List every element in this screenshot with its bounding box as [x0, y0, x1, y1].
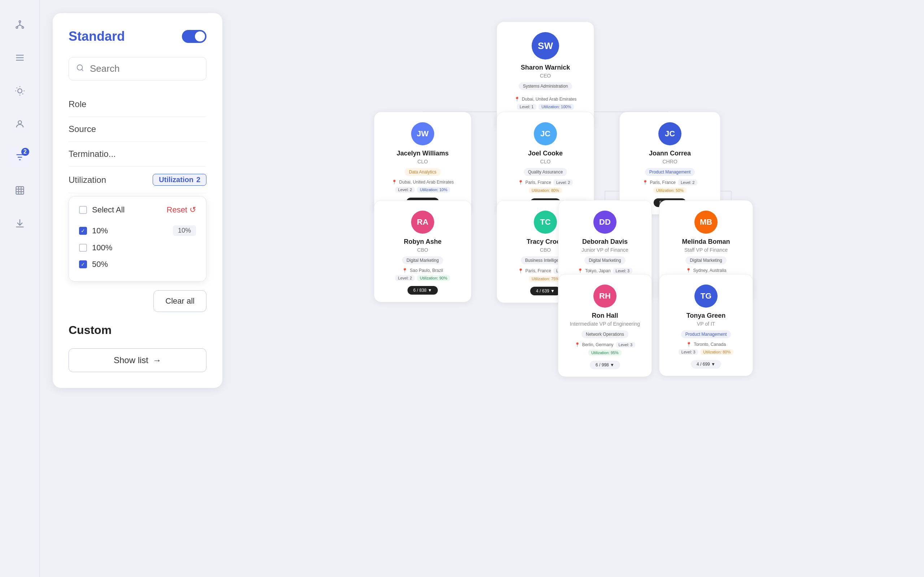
dept-melinda: Digital Marketing [685, 256, 726, 264]
avatar-melinda: MB [695, 211, 717, 234]
card-joann-correa[interactable]: JC Joann Correa CHRO Product Management … [619, 112, 720, 214]
title-ron: Intermediate VP of Engineering [569, 321, 641, 327]
option-50-checkbox[interactable] [79, 260, 87, 268]
title-melinda: Staff VP of Finance [670, 247, 743, 253]
main-area: Standard Role Source Terminatio... Utili… [40, 0, 924, 577]
clear-all-button[interactable]: Clear all [153, 290, 207, 312]
select-all-label: Select All [92, 205, 125, 214]
dropdown-header: Select All Reset ↺ [79, 205, 196, 214]
card-tonya-green[interactable]: TG Tonya Green VP of IT Product Manageme… [659, 274, 753, 376]
name-sharon: Sharon Warnick [507, 64, 584, 71]
termination-label: Terminatio... [69, 149, 207, 159]
svg-point-16 [18, 121, 21, 124]
count-tracy[interactable]: 4 / 639 ▼ [530, 287, 561, 295]
select-all-checkbox[interactable] [79, 206, 87, 214]
dept-robyn: Digital Marketing [402, 256, 443, 264]
title-joel: CLO [507, 159, 584, 164]
filter-category-role[interactable]: Role [69, 92, 207, 117]
title-tonya: VP of IT [670, 321, 743, 327]
svg-point-9 [18, 89, 22, 93]
svg-rect-20 [16, 187, 23, 194]
option-10-tag: 10% [173, 226, 196, 236]
role-label: Role [69, 99, 207, 109]
custom-title: Custom [69, 324, 207, 337]
avatar-tonya: TG [695, 285, 717, 308]
svg-line-12 [16, 88, 17, 89]
sidebar-icon-person[interactable] [10, 114, 30, 134]
count-tonya[interactable]: 4 / 699 ▼ [691, 360, 721, 369]
utilization-label: Utilization [69, 175, 153, 185]
filter-panel: Standard Role Source Terminatio... Utili… [53, 13, 222, 388]
count-ron[interactable]: 6 / 998 ▼ [590, 361, 620, 369]
filter-category-termination[interactable]: Terminatio... [69, 142, 207, 167]
svg-point-0 [19, 21, 21, 23]
option-100-checkbox[interactable] [79, 244, 87, 252]
option-100: 100% [79, 239, 196, 256]
card-ron-hall[interactable]: RH Ron Hall Intermediate VP of Engineeri… [558, 274, 652, 377]
title-robyn: CBO [384, 247, 461, 253]
title-sharon: CEO [507, 73, 584, 79]
option-50-label: 50% [92, 259, 196, 269]
name-tonya: Tonya Green [670, 312, 743, 319]
count-robyn[interactable]: 6 / 838 ▼ [407, 286, 438, 295]
avatar-sharon: SW [531, 32, 559, 60]
svg-line-5 [20, 25, 23, 27]
sidebar-icon-filter[interactable]: 2 [10, 147, 30, 167]
dept-joann: Product Management [645, 168, 695, 176]
utilization-dropdown: Select All Reset ↺ 10% 10% 100% 50% [69, 196, 207, 282]
sidebar-icon-diagram[interactable] [10, 15, 30, 35]
card-joel-cooke[interactable]: JC Joel Cooke CLO Quality Assurance 📍 Pa… [497, 112, 594, 214]
avatar-tracy: TC [534, 211, 557, 234]
reset-button[interactable]: Reset ↺ [167, 205, 196, 214]
sidebar-icon-table[interactable] [10, 180, 30, 200]
panel-title: Standard [69, 29, 125, 44]
svg-point-26 [77, 64, 82, 70]
filter-badge: 2 [21, 148, 29, 156]
search-icon [76, 64, 84, 74]
card-robyn-ashe[interactable]: RA Robyn Ashe CBO Digital Marketing 📍 Sa… [374, 200, 472, 302]
org-chart: SW Sharon Warnick CEO Systems Administra… [222, 0, 924, 577]
option-100-label: 100% [92, 243, 196, 253]
svg-point-1 [16, 27, 18, 29]
sidebar-icon-view[interactable] [10, 81, 30, 101]
name-melinda: Melinda Boman [670, 238, 743, 246]
panel-header: Standard [69, 29, 207, 44]
search-input[interactable] [90, 63, 199, 74]
dept-joel: Quality Assurance [524, 168, 567, 176]
option-10: 10% 10% [79, 222, 196, 239]
search-box[interactable] [69, 57, 207, 81]
svg-point-2 [22, 27, 23, 29]
avatar-robyn: RA [411, 211, 434, 234]
avatar-jacelyn: JW [411, 122, 434, 145]
card-jacelyn-williams[interactable]: JW Jacelyn Williams CLO Data Analytics 📍… [374, 112, 472, 214]
filter-category-utilization[interactable]: Utilization Utilization 2 [69, 167, 207, 193]
avatar-deborah: DD [593, 211, 617, 234]
utilization-active-tag: Utilization 2 [153, 174, 207, 186]
dept-deborah: Digital Marketing [584, 256, 625, 264]
name-robyn: Robyn Ashe [384, 238, 461, 246]
avatar-joel: JC [534, 122, 557, 145]
title-joann: CHRO [630, 159, 710, 164]
toggle-switch[interactable] [182, 30, 207, 43]
title-deborah: Junior VP of Finance [569, 247, 641, 253]
name-joann: Joann Correa [630, 150, 710, 157]
svg-line-13 [23, 93, 23, 94]
svg-line-4 [16, 25, 19, 27]
filter-category-source[interactable]: Source [69, 117, 207, 142]
show-list-button[interactable]: Show list → [69, 348, 207, 372]
option-50: 50% [79, 256, 196, 272]
name-joel: Joel Cooke [507, 150, 584, 157]
svg-line-27 [82, 69, 83, 71]
dept-ron: Network Operations [582, 330, 628, 338]
option-10-checkbox[interactable] [79, 227, 87, 235]
sidebar-icon-list[interactable] [10, 48, 30, 68]
option-10-label: 10% [92, 226, 168, 235]
select-all-row: Select All [79, 205, 125, 214]
sidebar-icon-download[interactable] [10, 213, 30, 234]
avatar-ron: RH [593, 285, 617, 308]
dept-jacelyn: Data Analytics [405, 168, 441, 176]
name-jacelyn: Jacelyn Williams [384, 150, 461, 157]
dept-tonya: Product Management [681, 330, 731, 338]
avatar-joann: JC [658, 122, 682, 145]
custom-section: Custom Show list → [69, 324, 207, 372]
